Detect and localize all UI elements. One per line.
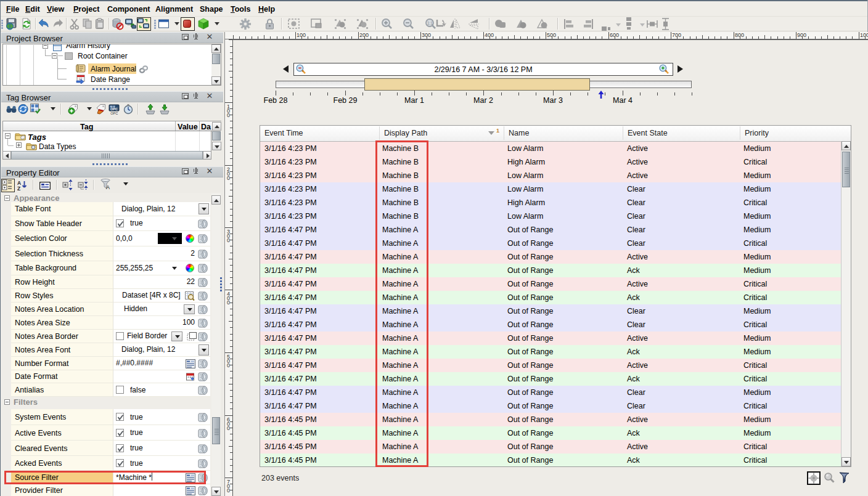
svg-text:1:1: 1:1 [427, 21, 433, 25]
svg-text:OPC: OPC [110, 112, 118, 115]
svg-text:OPC: OPC [110, 107, 118, 111]
svg-text:A: A [106, 184, 110, 190]
svg-text:Z: Z [17, 185, 20, 191]
